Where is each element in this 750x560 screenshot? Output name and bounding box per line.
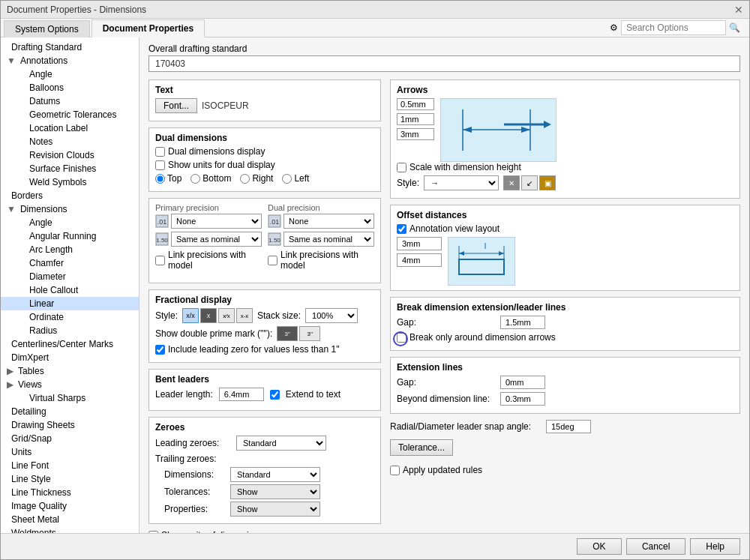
sidebar-item-datums[interactable]: Datums xyxy=(1,94,139,108)
sidebar-item-arc-length[interactable]: Arc Length xyxy=(1,243,139,256)
sidebar-item-virtual-sharps[interactable]: Virtual Sharps xyxy=(1,391,139,405)
annotation-view-label: Annotation view layout xyxy=(410,223,500,234)
sidebar-item-line-thickness[interactable]: Line Thickness xyxy=(1,486,139,499)
dp-icon-2[interactable]: 3'' xyxy=(299,326,320,341)
radial-snap-input[interactable] xyxy=(546,420,591,433)
zeroes-label: Zeroes xyxy=(155,422,374,433)
break-only-checkbox[interactable] xyxy=(397,333,406,343)
stack-size-select[interactable]: 100% 75% 50% xyxy=(305,308,358,323)
leading-zero-checkbox[interactable] xyxy=(155,345,165,355)
arrow-size-1-input[interactable] xyxy=(397,98,434,110)
dual-precision-select[interactable]: None .1 xyxy=(284,214,374,229)
sidebar-item-linear[interactable]: Linear xyxy=(1,297,139,310)
frac-icon-2[interactable]: x xyxy=(200,308,217,323)
font-button[interactable]: Font... xyxy=(155,98,197,113)
dimensions-trailing-select[interactable]: Standard Show Remove xyxy=(230,467,320,482)
sidebar-item-angle-dim[interactable]: Angle xyxy=(1,216,139,229)
extend-to-text-label: Extend to text xyxy=(286,389,340,400)
sidebar-item-angular-running[interactable]: Angular Running xyxy=(1,229,139,243)
sidebar-item-surface-finishes[interactable]: Surface Finishes xyxy=(1,162,139,175)
sidebar-item-chamfer[interactable]: Chamfer xyxy=(1,256,139,270)
ok-button[interactable]: OK xyxy=(577,538,622,555)
dp-icon-1[interactable]: 3" xyxy=(277,326,298,341)
frac-icon-1[interactable]: x/x xyxy=(182,308,199,323)
sidebar-item-grid-snap[interactable]: Grid/Snap xyxy=(1,432,139,445)
tolerances-trailing-select[interactable]: Show Standard xyxy=(230,484,320,499)
sidebar-item-image-quality[interactable]: Image Quality xyxy=(1,499,139,513)
primary-precision-select[interactable]: None .1 .12 .123 xyxy=(171,214,262,229)
close-button[interactable]: ✕ xyxy=(734,4,743,16)
dual-link-precisions-label: Link precisions with model xyxy=(280,250,374,271)
leading-zeroes-label: Leading zeroes: xyxy=(155,438,230,448)
sidebar-item-weldments[interactable]: Weldments xyxy=(1,526,139,533)
sidebar-item-tables[interactable]: ▶Tables xyxy=(1,364,139,378)
radio-bottom-input[interactable] xyxy=(190,174,200,184)
offset-val-1-input[interactable] xyxy=(397,237,442,250)
extend-to-text-checkbox[interactable] xyxy=(270,390,280,400)
sidebar-item-dimensions[interactable]: ▼Dimensions xyxy=(1,202,139,216)
primary-nominal-select[interactable]: Same as nominal None xyxy=(171,232,262,247)
sidebar-item-centerlines[interactable]: Centerlines/Center Marks xyxy=(1,337,139,351)
dual-link-precisions-checkbox[interactable] xyxy=(268,256,278,265)
arrow-size-2-input[interactable] xyxy=(397,113,434,125)
sidebar-item-ordinate[interactable]: Ordinate xyxy=(1,310,139,324)
apply-updated-checkbox[interactable] xyxy=(390,466,400,475)
style-icon-2[interactable]: ↙ xyxy=(521,175,538,190)
cancel-button[interactable]: Cancel xyxy=(626,538,686,555)
dual-nominal-select[interactable]: Same as nominal None xyxy=(284,232,374,247)
radio-right-label: Right xyxy=(252,173,273,184)
radio-top-input[interactable] xyxy=(155,174,165,184)
sidebar-item-views[interactable]: ▶Views xyxy=(1,378,139,391)
tolerance-button[interactable]: Tolerance... xyxy=(390,439,453,456)
search-icon: 🔍 xyxy=(729,22,740,33)
sidebar-item-dimxpert[interactable]: DimXpert xyxy=(1,351,139,364)
sidebar-item-drawing-sheets[interactable]: Drawing Sheets xyxy=(1,418,139,432)
dual-dim-display-checkbox[interactable] xyxy=(155,147,165,157)
leader-length-input[interactable] xyxy=(219,388,264,401)
frac-icon-4[interactable]: x-x xyxy=(236,308,253,323)
ext-gap-input[interactable] xyxy=(500,376,545,389)
offset-val-2-input[interactable] xyxy=(397,253,442,267)
sidebar-item-radius[interactable]: Radius xyxy=(1,324,139,337)
window-title: Document Properties - Dimensions xyxy=(7,4,146,15)
tab-document-properties[interactable]: Document Properties xyxy=(92,19,205,37)
sidebar-item-notes[interactable]: Notes xyxy=(1,135,139,148)
help-button[interactable]: Help xyxy=(690,538,740,555)
beyond-dim-input[interactable] xyxy=(500,392,545,406)
link-precisions-checkbox[interactable] xyxy=(155,256,165,265)
leading-zeroes-select[interactable]: Standard Show Remove xyxy=(236,436,326,451)
sidebar-item-borders[interactable]: Borders xyxy=(1,189,139,202)
sidebar-item-line-font[interactable]: Line Font xyxy=(1,459,139,472)
radio-left-input[interactable] xyxy=(282,174,292,184)
properties-trailing-select[interactable]: Show Standard xyxy=(230,502,320,517)
sidebar-item-diameter[interactable]: Diameter xyxy=(1,270,139,283)
annotation-view-checkbox[interactable] xyxy=(397,224,406,234)
sidebar-item-angle[interactable]: Angle xyxy=(1,67,139,81)
radio-right-input[interactable] xyxy=(240,174,250,184)
arrow-style-select[interactable]: → ◀▶ ● xyxy=(424,175,499,190)
sidebar-item-geometric-tolerances[interactable]: Geometric Tolerances xyxy=(1,108,139,121)
sidebar-item-sheet-metal[interactable]: Sheet Metal xyxy=(1,513,139,526)
frac-icon-3[interactable]: x⁄x xyxy=(218,308,235,323)
sidebar-item-weld-symbols[interactable]: Weld Symbols xyxy=(1,175,139,189)
sidebar-item-balloons[interactable]: Balloons xyxy=(1,81,139,94)
sidebar-item-units[interactable]: Units xyxy=(1,445,139,459)
tab-system-options[interactable]: System Options xyxy=(4,20,90,37)
sidebar-item-drafting-standard[interactable]: Drafting Standard xyxy=(1,40,139,54)
style-icon-1[interactable]: ✕ xyxy=(503,175,520,190)
scale-with-height-checkbox[interactable] xyxy=(397,163,406,172)
search-input[interactable] xyxy=(621,20,726,35)
sidebar-item-line-style[interactable]: Line Style xyxy=(1,472,139,486)
dual-precision-icon-2: 1.50 xyxy=(268,232,281,246)
sidebar-item-annotations[interactable]: ▼Annotations xyxy=(1,54,139,67)
extension-lines-label: Extension lines xyxy=(397,362,734,373)
gap-input[interactable] xyxy=(500,316,545,329)
show-units-checkbox[interactable] xyxy=(155,160,165,170)
sidebar-item-hole-callout[interactable]: Hole Callout xyxy=(1,283,139,297)
sidebar-item-location-label[interactable]: Location Label xyxy=(1,121,139,135)
arrow-size-3-input[interactable] xyxy=(397,128,434,140)
style-icon-3[interactable]: ▣ xyxy=(539,175,556,190)
sidebar-item-revision-clouds[interactable]: Revision Clouds xyxy=(1,148,139,162)
offset-val-1-row xyxy=(397,237,442,250)
sidebar-item-detailing[interactable]: Detailing xyxy=(1,405,139,418)
